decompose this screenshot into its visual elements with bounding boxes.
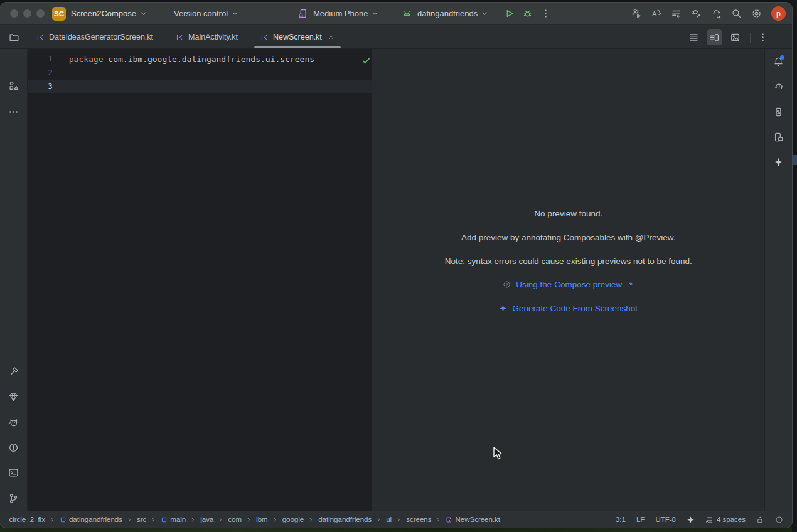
- project-folder-icon[interactable]: [9, 32, 19, 43]
- device-manager-icon[interactable]: [773, 132, 784, 142]
- code-line: 2: [28, 66, 372, 80]
- tab-newscreen[interactable]: NewScreen.kt: [252, 26, 343, 48]
- code-line-current: 3: [28, 80, 372, 93]
- help-icon: [503, 280, 511, 289]
- chevron-right-icon: [308, 516, 314, 523]
- terminal-icon[interactable]: [8, 467, 19, 478]
- more-tool-windows-icon[interactable]: [8, 107, 19, 117]
- gradle-sync-icon[interactable]: [711, 8, 722, 19]
- code-view-icon[interactable]: [686, 29, 702, 45]
- external-link-icon: [627, 281, 634, 288]
- info-icon[interactable]: [775, 516, 783, 524]
- breadcrumb-item[interactable]: _circle_2_fix: [5, 516, 45, 523]
- zoom-window-button[interactable]: [36, 9, 45, 18]
- run-configuration-selector[interactable]: datingandfriends: [402, 8, 489, 19]
- window-controls: [10, 9, 45, 18]
- breadcrumb-item[interactable]: NewScreen.kt: [446, 516, 500, 523]
- run-icon[interactable]: [504, 8, 515, 19]
- compose-preview-panel: No preview found. Add preview by annotat…: [372, 49, 764, 511]
- breadcrumb-item[interactable]: datingandfriends: [60, 516, 122, 523]
- breadcrumb-item[interactable]: src: [137, 516, 146, 523]
- chevron-right-icon: [395, 516, 402, 523]
- breadcrumb-item[interactable]: main: [161, 516, 186, 523]
- preview-mode-switcher: [686, 26, 768, 49]
- more-options-icon[interactable]: [540, 8, 551, 19]
- close-window-button[interactable]: [10, 9, 18, 18]
- review-requests-icon[interactable]: [671, 8, 682, 19]
- chevron-down-icon: [139, 9, 147, 18]
- indent-widget[interactable]: 4 spaces: [705, 516, 746, 524]
- more-options-icon[interactable]: [757, 32, 768, 43]
- design-view-icon[interactable]: [727, 29, 743, 45]
- chevron-down-icon: [481, 9, 489, 18]
- generate-code-from-screenshot-link[interactable]: Generate Code From Screenshot: [512, 304, 638, 313]
- toolbar-right-actions: p: [631, 6, 786, 21]
- close-tab-button[interactable]: [328, 34, 334, 41]
- lock-open-icon[interactable]: [756, 516, 764, 524]
- project-badge: SC: [52, 7, 66, 21]
- active-tab-underline: [254, 46, 341, 48]
- run-configuration-label: datingandfriends: [417, 9, 478, 18]
- project-selector[interactable]: Screen2Compose: [66, 9, 147, 18]
- resource-manager-icon[interactable]: [8, 80, 19, 91]
- gemini-status-icon[interactable]: [687, 516, 695, 524]
- breadcrumb-item[interactable]: ibm: [256, 516, 268, 523]
- preview-message: Add preview by annotating Composables wi…: [372, 233, 764, 242]
- tab-label: NewScreen.kt: [273, 33, 322, 41]
- debug-icon[interactable]: [522, 8, 533, 19]
- minimize-window-button[interactable]: [23, 9, 31, 18]
- breadcrumb-item[interactable]: com: [228, 516, 242, 523]
- preview-message: Note: syntax errors could cause existing…: [372, 257, 764, 266]
- inspection-ok-icon[interactable]: [361, 55, 372, 66]
- code-token: com.ibm.google.datingandfriends.ui.scree…: [104, 55, 315, 64]
- close-icon: [328, 34, 334, 41]
- app-quality-insights-icon[interactable]: [8, 391, 19, 402]
- caret-position-widget[interactable]: 3:1: [616, 516, 626, 523]
- gradle-icon[interactable]: [773, 82, 784, 92]
- running-devices-icon[interactable]: [773, 107, 784, 117]
- profile-avatar[interactable]: p: [771, 6, 786, 21]
- chevron-right-icon: [150, 516, 157, 523]
- settings-icon[interactable]: [751, 8, 762, 19]
- vcs-widget[interactable]: Version control: [174, 9, 239, 18]
- code-editor[interactable]: 1 package com.ibm.google.datingandfriend…: [28, 49, 372, 511]
- line-separator-widget[interactable]: LF: [636, 516, 645, 523]
- editor-tab-bar: DateIdeasGeneratorScreen.kt MainActivity…: [0, 26, 792, 49]
- status-bar-widgets: 3:1 LF UTF-8 4 spaces: [616, 516, 783, 524]
- search-icon[interactable]: [731, 8, 742, 19]
- gemini-icon[interactable]: [773, 157, 784, 168]
- line-number: 1: [28, 55, 53, 63]
- indent-settings-icon: [705, 516, 714, 524]
- build-icon[interactable]: [631, 8, 641, 19]
- attach-debugger-icon[interactable]: [691, 8, 702, 19]
- right-tool-window-bar: [764, 49, 792, 511]
- chevron-right-icon: [435, 516, 442, 523]
- device-selector-label: Medium Phone: [313, 9, 368, 18]
- tab-dateideasgeneratorscreen[interactable]: DateIdeasGeneratorScreen.kt: [28, 26, 162, 48]
- tab-mainactivity[interactable]: MainActivity.kt: [167, 26, 247, 48]
- build-hammer-icon[interactable]: [8, 366, 19, 377]
- breadcrumb-item[interactable]: datingandfriends: [318, 516, 372, 523]
- left-tool-window-bar: [0, 49, 28, 511]
- kotlin-file-icon: [36, 33, 45, 41]
- compose-preview-help-link[interactable]: Using the Compose preview: [516, 280, 622, 289]
- encoding-widget[interactable]: UTF-8: [655, 516, 676, 523]
- generate-code-row: Generate Code From Screenshot: [372, 304, 764, 313]
- breadcrumb-item[interactable]: ui: [386, 516, 392, 523]
- breadcrumb-item[interactable]: screens: [406, 516, 431, 523]
- device-selector[interactable]: Medium Phone: [297, 8, 379, 19]
- chevron-right-icon: [126, 516, 133, 523]
- version-control-icon[interactable]: [8, 493, 19, 504]
- ai-assistant-icon[interactable]: [651, 8, 661, 19]
- desktop-edge: [792, 0, 797, 532]
- logcat-icon[interactable]: [8, 417, 19, 428]
- breadcrumb-item[interactable]: java: [200, 516, 213, 523]
- problems-icon[interactable]: [8, 442, 19, 453]
- module-icon: [161, 516, 168, 523]
- split-view-icon[interactable]: [707, 29, 722, 45]
- device-icon: [297, 8, 308, 19]
- breadcrumb-item[interactable]: google: [282, 516, 304, 523]
- gemini-spark-icon: [499, 304, 507, 312]
- kotlin-file-icon: [176, 33, 184, 41]
- chevron-right-icon: [245, 516, 252, 523]
